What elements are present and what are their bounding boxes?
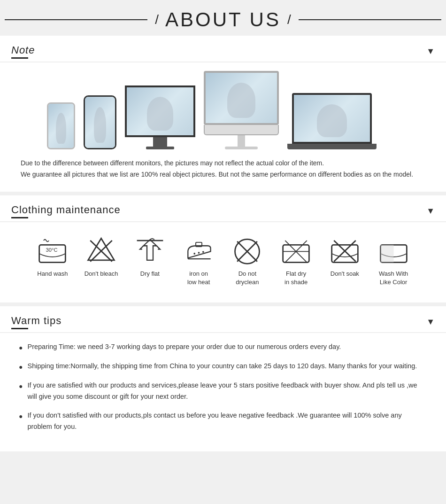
care-dryflat-label: Dry flat xyxy=(140,270,160,278)
monitor-stand xyxy=(153,137,167,147)
header-slash-right: / xyxy=(287,12,291,27)
list-item: Shipping time:Normally, the shipping tim… xyxy=(19,361,427,372)
list-item-text: If you don't satisfied with our products… xyxy=(27,410,427,433)
ironlow-svg xyxy=(184,236,214,265)
header-line-left xyxy=(5,19,147,20)
list-item: Preparing Time: we need 3-7 working days… xyxy=(19,341,427,353)
warm-tips-list: Preparing Time: we need 3-7 working days… xyxy=(19,341,427,433)
header-line-right xyxy=(299,19,441,20)
care-flatdryshade: Flat dry in shade xyxy=(272,235,321,287)
warm-tips-section-title: Warm tips xyxy=(11,315,62,327)
flatdryshade-icon xyxy=(280,235,313,266)
svg-point-10 xyxy=(202,251,204,253)
warm-tips-title-underline xyxy=(11,328,28,329)
dryflat-icon xyxy=(133,235,166,266)
care-dryflat: Dry flat xyxy=(126,235,175,287)
phone-small-frame xyxy=(47,102,75,149)
laptop-image xyxy=(294,95,370,142)
device-phone-large xyxy=(84,95,116,149)
laptop-base xyxy=(287,144,377,149)
laptop-screen xyxy=(292,93,372,144)
list-item: If you are satisfied with our products a… xyxy=(19,380,427,403)
clothing-section-title: Clothing maintenance xyxy=(11,204,121,216)
phone-large-image xyxy=(85,97,115,148)
device-phone-small xyxy=(47,102,75,149)
warm-tips-section: Warm tips ▼ Preparing Time: we need 3-7 … xyxy=(0,306,446,451)
header-slash-left: / xyxy=(155,12,159,27)
care-likecolor: Wash With Like Color xyxy=(369,235,418,287)
svg-point-9 xyxy=(198,252,200,254)
note-section-arrow: ▼ xyxy=(426,47,435,56)
nodryclean-svg xyxy=(232,236,262,265)
page-header: / ABOUT US / xyxy=(0,0,446,36)
care-ironlow-label: iron on low heat xyxy=(187,270,210,287)
svg-point-8 xyxy=(193,253,195,255)
warm-tips-section-arrow: ▼ xyxy=(426,317,435,327)
device-laptop xyxy=(287,93,377,149)
device-row xyxy=(19,71,427,149)
care-nodryclean: Do not dryclean xyxy=(223,235,272,287)
monitor-image xyxy=(127,87,193,135)
care-handwash-label: Hand wash xyxy=(37,270,68,278)
svg-rect-22 xyxy=(380,245,393,262)
care-nodryclean-label: Do not dryclean xyxy=(236,270,259,287)
monitor-screen xyxy=(125,85,195,137)
list-item-text: If you are satisfied with our products a… xyxy=(27,380,427,403)
note-section-title: Note xyxy=(11,44,35,56)
svg-rect-14 xyxy=(283,245,309,262)
list-item: If you don't satisfied with our products… xyxy=(19,410,427,433)
monitor-base xyxy=(146,147,174,149)
care-likecolor-label: Wash With Like Color xyxy=(379,270,408,287)
page-title: ABOUT US xyxy=(165,8,281,31)
clothing-section-arrow: ▼ xyxy=(426,206,435,216)
phone-small-image xyxy=(48,104,74,148)
care-nobleach-label: Don't bleach xyxy=(85,270,118,278)
svg-text:30°C: 30°C xyxy=(46,247,58,253)
care-nosoak: Don't soak xyxy=(321,235,369,287)
list-item-text: Preparing Time: we need 3-7 working days… xyxy=(27,341,341,353)
clothing-title-underline xyxy=(11,217,28,218)
nodryclean-icon xyxy=(231,235,264,266)
device-imac xyxy=(204,71,279,149)
warm-tips-section-header[interactable]: Warm tips ▼ xyxy=(0,306,446,333)
care-ironlow: iron on low heat xyxy=(174,235,223,287)
note-section-content: Due to the difference between different … xyxy=(0,62,446,192)
care-icons-row: 30°C Hand wash Don't bleach xyxy=(19,231,427,291)
imac-stand-base xyxy=(225,147,258,149)
dryflat-svg xyxy=(135,236,165,265)
warm-tips-content: Preparing Time: we need 3-7 working days… xyxy=(0,333,446,451)
care-nobleach: Don't bleach xyxy=(77,235,126,287)
flatdryshade-svg xyxy=(281,236,311,265)
likecolor-svg xyxy=(378,236,409,265)
nosoak-svg xyxy=(330,236,360,265)
ironlow-icon xyxy=(182,235,215,266)
handwash-svg: 30°C xyxy=(37,236,68,265)
nobleach-icon xyxy=(85,235,118,266)
list-item-text: Shipping time:Normally, the shipping tim… xyxy=(27,361,417,372)
care-nosoak-label: Don't soak xyxy=(331,270,359,278)
care-flatdryshade-label: Flat dry in shade xyxy=(285,270,308,287)
device-desktop xyxy=(125,85,195,149)
nobleach-svg xyxy=(86,236,116,265)
note-section-header[interactable]: Note ▼ xyxy=(0,36,446,62)
note-description-1: Due to the difference between different … xyxy=(19,158,427,180)
clothing-section-content: 30°C Hand wash Don't bleach xyxy=(0,222,446,302)
clothing-section: Clothing maintenance ▼ 30°C Hand wash xyxy=(0,195,446,302)
note-section: Note ▼ xyxy=(0,36,446,192)
nosoak-icon xyxy=(328,235,361,266)
likecolor-icon xyxy=(377,235,410,266)
imac-screen xyxy=(204,71,279,125)
clothing-section-header[interactable]: Clothing maintenance ▼ xyxy=(0,195,446,222)
imac-chin xyxy=(204,125,279,135)
phone-large-frame xyxy=(84,95,116,149)
care-handwash: 30°C Hand wash xyxy=(28,235,77,287)
imac-image xyxy=(206,73,277,123)
handwash-icon: 30°C xyxy=(36,235,69,266)
note-title-underline xyxy=(11,57,28,59)
imac-stand-upper xyxy=(238,135,245,147)
